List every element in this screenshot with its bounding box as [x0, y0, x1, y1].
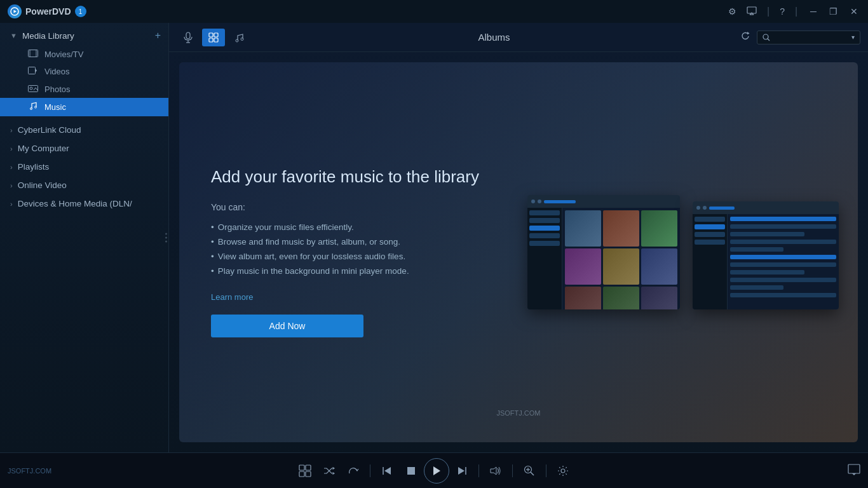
search-box[interactable]: ▾ — [757, 30, 860, 44]
sidebar-item-photos[interactable]: Photos — [0, 80, 168, 98]
tab-mic-button[interactable] — [177, 29, 200, 46]
learn-more-link[interactable]: Learn more — [211, 292, 253, 302]
sidebar-resize-handle[interactable] — [164, 231, 168, 245]
preview-dot-1 — [531, 200, 535, 203]
playlists-label: Playlists — [18, 162, 50, 172]
help-icon[interactable]: ? — [780, 6, 785, 17]
sidebar-item-videos[interactable]: Videos — [0, 63, 168, 80]
sidebar-content: ▼ Media Library + Movies/TV — [0, 23, 168, 452]
tab-music-button[interactable] — [227, 29, 250, 46]
svg-point-11 — [31, 108, 32, 110]
search-dropdown-icon[interactable]: ▾ — [851, 34, 855, 41]
mini-list-item-10 — [730, 285, 783, 290]
app-logo-circle — [8, 4, 22, 18]
chevron-right-icon-5: › — [10, 200, 13, 208]
svg-rect-19 — [214, 38, 218, 42]
svg-marker-8 — [36, 69, 37, 72]
playlist-toggle-button[interactable] — [294, 459, 316, 482]
separator-1 — [370, 464, 370, 477]
sidebar-item-playlists[interactable]: › Playlists — [0, 158, 168, 176]
mini-album-8 — [603, 287, 639, 309]
restore-button[interactable]: ❐ — [827, 5, 840, 18]
mini-item-7 — [695, 224, 725, 229]
welcome-title: Add your favorite music to the library — [211, 167, 560, 187]
zoom-button[interactable] — [518, 459, 541, 482]
svg-rect-27 — [299, 471, 304, 477]
chevron-right-icon-4: › — [10, 182, 13, 189]
preview-dot-2 — [538, 200, 541, 203]
mini-item-8 — [695, 232, 725, 237]
svg-point-23 — [763, 34, 768, 39]
close-button[interactable]: ✕ — [848, 5, 860, 18]
mini-album-5 — [603, 248, 639, 285]
mini-list-item-11 — [730, 293, 836, 297]
sep1: | — [767, 6, 770, 17]
refresh-button[interactable] — [738, 29, 753, 46]
search-input[interactable] — [773, 33, 849, 42]
svg-rect-41 — [848, 464, 860, 473]
svg-rect-28 — [306, 471, 311, 477]
player-settings-button[interactable] — [552, 459, 574, 482]
prev-button[interactable] — [376, 459, 398, 482]
movies-icon — [28, 50, 38, 59]
content-toolbar: Albums ▾ — [169, 23, 868, 52]
minimize-button[interactable]: ─ — [808, 5, 819, 18]
sidebar: ▼ Media Library + Movies/TV — [0, 23, 169, 452]
svg-point-10 — [30, 87, 32, 90]
chevron-right-icon: › — [10, 126, 13, 134]
separator-4 — [546, 464, 546, 477]
window-controls: ─ ❐ ✕ — [808, 5, 860, 18]
photos-label: Photos — [44, 85, 70, 94]
preview-dot-6 — [709, 207, 735, 210]
mini-item-3 — [529, 226, 560, 231]
feature-2: Browse and find music by artist, album, … — [211, 237, 560, 247]
bottom-watermark: JSOFTJ.COM — [8, 467, 51, 475]
feature-1: Organize your music files efficiently. — [211, 222, 560, 232]
music-icon — [28, 102, 38, 112]
add-now-button[interactable]: Add Now — [211, 315, 363, 337]
svg-rect-7 — [29, 67, 36, 74]
drag-dot-3 — [165, 241, 167, 243]
add-library-button[interactable]: + — [155, 30, 161, 41]
mini-list-item-7 — [730, 262, 836, 267]
play-button[interactable] — [424, 458, 449, 484]
features-list: Organize your music files efficiently. B… — [211, 222, 560, 276]
watermark: JSOFTJ.COM — [496, 409, 540, 417]
cast-icon[interactable] — [747, 6, 757, 17]
preview-dot-5 — [703, 206, 707, 210]
mini-item-6 — [695, 217, 725, 222]
feature-3: View album art, even for your lossless a… — [211, 252, 560, 261]
media-library-label: Media Library — [22, 31, 74, 41]
drag-dot-2 — [165, 237, 167, 239]
sidebar-item-movies-tv[interactable]: Movies/TV — [0, 46, 168, 63]
loop-button[interactable] — [342, 459, 365, 482]
cyberlink-cloud-label: CyberLink Cloud — [18, 125, 81, 135]
shuffle-button[interactable] — [318, 459, 341, 482]
stop-button[interactable] — [400, 459, 423, 482]
online-video-label: Online Video — [18, 180, 67, 190]
volume-button[interactable] — [484, 459, 507, 482]
sidebar-item-my-computer[interactable]: › My Computer — [0, 139, 168, 158]
devices-label: Devices & Home Media (DLN/ — [18, 199, 132, 208]
sidebar-item-music[interactable]: Music — [0, 98, 168, 116]
fullscreen-button[interactable] — [848, 464, 860, 478]
svg-point-40 — [561, 469, 565, 473]
sidebar-item-devices[interactable]: › Devices & Home Media (DLN/ — [0, 194, 168, 213]
card-preview — [527, 195, 839, 309]
sidebar-item-cyberlink-cloud[interactable]: › CyberLink Cloud — [0, 121, 168, 139]
mini-item-9 — [695, 240, 725, 245]
tab-grid-button[interactable] — [202, 29, 225, 46]
mini-list-item-6 — [730, 255, 836, 259]
preview-sidebar-mini-1 — [527, 208, 562, 309]
sidebar-media-library[interactable]: ▼ Media Library + — [0, 25, 168, 46]
content-title: Albums — [253, 32, 735, 43]
svg-marker-34 — [458, 467, 465, 475]
svg-marker-30 — [384, 467, 391, 475]
sidebar-item-online-video[interactable]: › Online Video — [0, 176, 168, 194]
next-button[interactable] — [451, 459, 473, 482]
preview-screen-2 — [693, 201, 839, 309]
svg-point-12 — [35, 106, 37, 108]
settings-icon[interactable]: ⚙ — [728, 6, 736, 17]
preview-main-mini-1 — [562, 208, 680, 309]
svg-marker-1 — [14, 10, 17, 13]
